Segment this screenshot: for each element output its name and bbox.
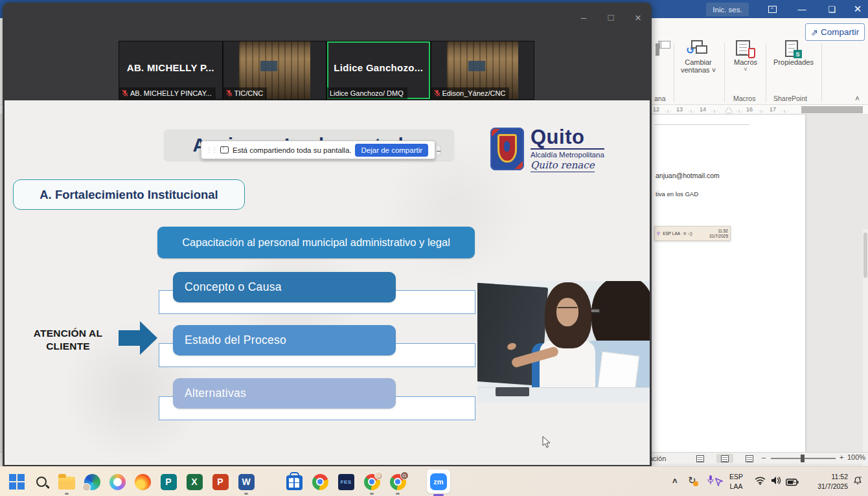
publisher-icon[interactable]: P (159, 473, 177, 491)
group-label-macros: Macros (733, 95, 755, 102)
item-box-concepto: Concepto o Causa (173, 272, 396, 302)
reset-window-position-icon[interactable] (658, 43, 659, 56)
chrome-guest-icon[interactable]: G (389, 473, 407, 491)
copilot-icon[interactable] (108, 473, 126, 491)
switch-windows-button[interactable]: ↺ Cambiar ventanas ˅ (678, 40, 719, 74)
word-minimize-button[interactable]: — (789, 0, 815, 18)
word-share-button[interactable]: ⇗ Compartir (805, 23, 865, 41)
ribbon-divider (766, 43, 766, 102)
zoom-slider-thumb[interactable] (801, 455, 805, 462)
banner-minimize-button[interactable]: – (436, 145, 441, 155)
quito-logo: Quito Alcaldía Metropolitana Quito renac… (490, 128, 604, 172)
zoom-in-button[interactable]: + (839, 453, 843, 461)
logo-tagline: Quito renace (531, 159, 595, 172)
window-group-small-icons[interactable] (656, 44, 659, 56)
word-restore-button[interactable]: ❏ (819, 0, 845, 18)
screen-share-icon (220, 146, 229, 153)
zoom-maximize-button[interactable]: □ (601, 12, 621, 23)
shared-screen-slide: Acciones Implementadas ⋮⋮ Está compartie… (5, 100, 650, 465)
embedded-screenshot: ⚲ ESP LAA ≋ ◁) 11:52 31/7/2025 (654, 226, 731, 241)
scrollbar-thumb[interactable] (863, 232, 867, 278)
battery-icon[interactable] (786, 477, 799, 489)
participant-tile-active-speaker[interactable]: Lidice Ganchozo... Lidice Ganchozo/ DMQ (327, 41, 430, 99)
participant-tile[interactable]: AB. MICHELLY P... AB. MICHELLY PINCAY... (119, 41, 222, 99)
word-icon[interactable]: W (237, 473, 255, 491)
desktop: Inic. ses. ^ — ❏ ✕ ⇗ Compartir ↺ Cambiar… (0, 0, 868, 496)
taskbar: P X P W FES G zm ˄ ↻ ESP LAA (0, 466, 868, 496)
speaker-icon[interactable] (771, 476, 781, 488)
read-mode-button[interactable] (692, 454, 709, 463)
participant-tile[interactable]: TIC/CNC (223, 41, 326, 99)
remote-pointer-icon[interactable] (715, 477, 723, 489)
ruler-margin-area (801, 106, 863, 113)
profile-avatar (374, 471, 383, 480)
fes-app-icon[interactable]: FES (337, 473, 355, 491)
quito-crest-icon (490, 128, 524, 170)
chrome-profile-icon[interactable] (363, 473, 381, 491)
group-label-sharepoint: SharePoint (773, 95, 807, 102)
zoom-slider[interactable] (771, 458, 836, 459)
muted-mic-icon (226, 89, 233, 97)
section-heading-box: A. Fortalecimiento Institucional (13, 179, 245, 210)
zoom-minimize-button[interactable]: – (574, 12, 593, 23)
ribbon-display-options-icon[interactable]: ^ (759, 0, 785, 18)
participant-name-label: Edison_Yánez/CNC (431, 87, 510, 99)
word-close-button[interactable]: ✕ (845, 0, 868, 18)
sync-icon[interactable]: ↻ (688, 475, 696, 486)
edge-icon[interactable] (83, 473, 101, 491)
ribbon-divider (821, 43, 822, 102)
powerpoint-icon[interactable]: P (211, 473, 229, 491)
clock[interactable]: 11:52 31/7/2025 (805, 472, 848, 491)
document-text: anjuan@hotmail.com (656, 172, 720, 179)
muted-mic-icon (434, 89, 440, 97)
macros-button[interactable]: Macros ˅ (729, 40, 762, 73)
participant-name-label: AB. MICHELLY PINCAY... (119, 87, 216, 99)
print-layout-button[interactable] (716, 454, 733, 463)
zoom-app-icon[interactable]: zm (427, 469, 450, 493)
search-icon[interactable] (32, 473, 51, 491)
item-box-alternativas: Alternativas (173, 378, 396, 409)
switch-windows-icon: ↺ (687, 40, 709, 58)
excel-icon[interactable]: X (185, 473, 203, 491)
zoom-percentage[interactable]: 100% (847, 453, 865, 461)
screen-share-notification-bar[interactable]: ⋮⋮ Está compartiendo toda su pantalla. D… (201, 141, 435, 159)
macros-icon (736, 40, 755, 58)
mini-mic-icon: ⚲ (657, 231, 660, 236)
language-indicator[interactable]: ESP LAA (729, 472, 743, 491)
drag-handle-icon[interactable]: ⋮⋮ (206, 147, 216, 153)
document-text: tiva en los GAD (656, 190, 698, 197)
stop-share-button[interactable]: Dejar de compartir (355, 144, 428, 157)
mouse-cursor (542, 436, 551, 449)
web-layout-button[interactable] (741, 454, 758, 463)
microsoft-store-icon[interactable] (285, 473, 303, 491)
logo-subtitle: Alcaldía Metropolitana (531, 148, 604, 159)
wifi-icon[interactable] (755, 476, 766, 488)
ribbon-divider (674, 43, 674, 102)
zoom-out-button[interactable]: – (762, 453, 766, 461)
properties-icon: S (785, 40, 802, 58)
zoom-meeting-window: – □ × AB. MICHELLY P... AB. MICHELLY PIN… (3, 3, 652, 466)
right-arrow-shape (119, 321, 157, 355)
active-mic-icon[interactable] (707, 475, 714, 488)
office-photo (477, 281, 650, 403)
side-label: ATENCIÓN AL CLIENTE (16, 327, 120, 353)
slide-header-box: Capacitación al personal municipal admin… (157, 227, 475, 258)
participant-name-label: Lidice Ganchozo/ DMQ (327, 87, 407, 99)
word-signin-button[interactable]: Inic. ses. (706, 3, 749, 16)
chrome-icon[interactable] (311, 473, 329, 491)
file-explorer-icon[interactable] (58, 473, 76, 491)
properties-button[interactable]: S Propiedades (770, 40, 817, 66)
participant-tile[interactable]: Edison_Yánez/CNC (431, 41, 534, 99)
document-page[interactable]: anjuan@hotmail.com tiva en los GAD ⚲ ESP… (635, 115, 805, 452)
firefox-icon[interactable] (133, 473, 152, 491)
zoom-close-button[interactable]: × (628, 12, 648, 25)
start-button[interactable] (8, 473, 26, 491)
document-rule-line (654, 124, 749, 125)
tray-overflow-chevron[interactable]: ˄ (672, 476, 678, 486)
item-box-estado: Estado del Proceso (173, 325, 396, 355)
ruler-indent-marker[interactable] (725, 107, 732, 113)
collapse-ribbon-button[interactable]: ˄ (855, 95, 860, 104)
edge-profile-badge (82, 483, 91, 491)
notification-bell-icon[interactable]: zz (852, 475, 863, 488)
group-label-ventana: ana (654, 95, 666, 102)
